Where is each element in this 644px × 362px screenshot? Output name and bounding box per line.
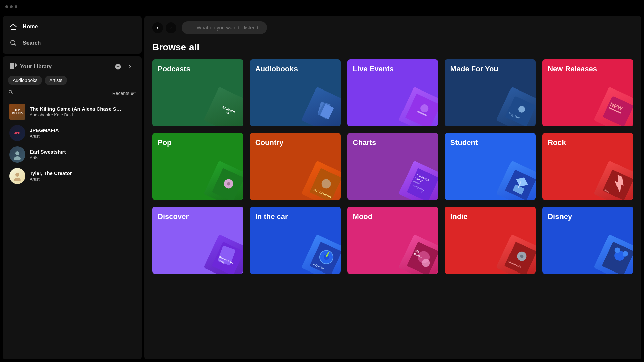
forward-button[interactable]: › xyxy=(166,22,176,33)
library-item-info: JPEGMAFIA Artist xyxy=(30,127,135,139)
library-item-thumb xyxy=(9,168,25,184)
category-deco: HOT COUNTRY xyxy=(301,161,341,200)
library-item-thumb xyxy=(9,146,25,163)
window-controls xyxy=(5,5,17,8)
category-label: Discover xyxy=(158,212,189,221)
browse-title: Browse all xyxy=(152,42,633,53)
category-card-disney[interactable]: Disney xyxy=(542,207,633,274)
library-add-button[interactable] xyxy=(113,62,123,71)
library-item-sub: Audiobook • Kate Bold xyxy=(30,112,135,117)
category-deco: NEW xyxy=(594,87,633,126)
category-label: Podcasts xyxy=(158,65,191,73)
category-deco: SCIENCEVS xyxy=(204,87,243,126)
category-card-charts[interactable]: Charts Top Songs Global Weekly Mu... 7 xyxy=(347,133,438,200)
category-label: Charts xyxy=(353,138,376,147)
library-search-icon[interactable] xyxy=(8,89,14,97)
home-icon xyxy=(9,23,17,31)
search-input[interactable] xyxy=(182,21,267,34)
category-label: Live Events xyxy=(353,65,394,73)
category-label: Disney xyxy=(548,212,572,221)
category-deco: Top Songs Global Weekly Mu... 7 xyxy=(398,161,438,200)
list-item[interactable]: THE KILLING The Killing Game (An Alexa C… xyxy=(5,101,139,122)
category-label: In the car xyxy=(255,212,288,221)
list-item[interactable]: Tyler, The Creator Artist xyxy=(5,165,139,187)
category-deco: All New Indie xyxy=(496,234,536,274)
category-card-live-events[interactable]: Live Events xyxy=(347,59,438,126)
filter-audiobooks[interactable]: Audiobooks xyxy=(8,76,42,85)
category-card-new-releases[interactable]: New Releases NEW xyxy=(542,59,633,126)
library-item-sub: Artist xyxy=(30,177,135,182)
svg-point-2 xyxy=(15,173,19,177)
library-list: THE KILLING The Killing Game (An Alexa C… xyxy=(3,100,142,359)
category-deco xyxy=(496,161,536,200)
category-grid: Podcasts SCIENCEVS Audiobooks xyxy=(152,59,633,274)
main-content: ‹ › Browse all Podcasts SCI xyxy=(144,16,641,359)
library-item-info: The Killing Game (An Alexa Chase Suspens… xyxy=(30,106,135,117)
library-section: Your Library Audiobooks A xyxy=(3,56,142,359)
category-card-podcasts[interactable]: Podcasts SCIENCEVS xyxy=(152,59,243,126)
sidebar-item-search-label: Search xyxy=(23,40,41,46)
content-area: Browse all Podcasts SCIENCEVS Audiobooks xyxy=(144,39,641,359)
category-card-country[interactable]: Country HOT COUNTRY xyxy=(250,133,341,200)
category-label: Made For You xyxy=(450,65,498,73)
category-deco xyxy=(398,87,438,126)
category-deco xyxy=(301,87,341,126)
category-deco: Roc... xyxy=(594,161,633,200)
library-item-info: Earl Sweatshirt Artist xyxy=(30,149,135,160)
sidebar: Home Search xyxy=(0,13,144,362)
library-item-name: Tyler, The Creator xyxy=(30,170,123,176)
library-item-sub: Artist xyxy=(30,155,135,160)
nav-arrows: ‹ › xyxy=(152,22,176,33)
dot-1 xyxy=(5,5,8,8)
list-item[interactable]: JPG JPEGMAFIA Artist xyxy=(5,122,139,144)
library-item-name: Earl Sweatshirt xyxy=(30,149,123,155)
category-label: Rock xyxy=(548,138,566,147)
sidebar-item-home[interactable]: Home xyxy=(3,19,142,35)
category-label: Mood xyxy=(353,212,373,221)
library-item-thumb: JPG xyxy=(9,125,25,141)
list-item[interactable]: Earl Sweatshirt Artist xyxy=(5,144,139,165)
library-item-name: JPEGMAFIA xyxy=(30,127,123,133)
filter-row: Audiobooks Artists xyxy=(3,76,142,89)
library-item-name: The Killing Game (An Alexa Chase Suspens… xyxy=(30,106,123,112)
category-label: Audiobooks xyxy=(255,65,298,73)
dot-2 xyxy=(10,5,13,8)
svg-point-0 xyxy=(15,151,19,155)
category-deco: Pop Mix xyxy=(496,87,536,126)
category-deco: Your Discover Weekly xyxy=(204,234,243,274)
category-deco: Mo Boos... xyxy=(398,234,438,274)
category-card-in-the-car[interactable]: In the car Daily Drive xyxy=(250,207,341,274)
category-card-student[interactable]: Student xyxy=(445,133,536,200)
svg-rect-13 xyxy=(602,96,633,126)
search-nav-icon xyxy=(9,39,17,47)
search-wrapper xyxy=(182,21,309,34)
library-item-thumb: THE KILLING xyxy=(9,104,25,120)
library-item-sub: Artist xyxy=(30,134,135,139)
category-label: Indie xyxy=(450,212,467,221)
category-label: Country xyxy=(255,138,283,147)
library-expand-button[interactable] xyxy=(125,62,135,71)
library-icon xyxy=(9,62,17,72)
category-card-indie[interactable]: Indie All New Indie xyxy=(445,207,536,274)
category-deco xyxy=(594,234,633,274)
category-card-discover[interactable]: Discover Your Discover Weekly xyxy=(152,207,243,274)
filter-artists[interactable]: Artists xyxy=(45,76,67,85)
back-button[interactable]: ‹ xyxy=(152,22,163,33)
category-card-audiobooks[interactable]: Audiobooks xyxy=(250,59,341,126)
sort-button[interactable]: Recents xyxy=(112,90,136,96)
sidebar-item-search[interactable]: Search xyxy=(3,35,142,51)
category-deco xyxy=(204,161,243,200)
category-card-made-for-you[interactable]: Made For You Pop Mix xyxy=(445,59,536,126)
category-card-pop[interactable]: Pop xyxy=(152,133,243,200)
library-item-info: Tyler, The Creator Artist xyxy=(30,170,135,182)
category-deco: Daily Drive xyxy=(301,234,341,274)
search-sort-row: Recents xyxy=(3,89,142,100)
titlebar xyxy=(0,0,644,13)
category-card-mood[interactable]: Mood Mo Boos... xyxy=(347,207,438,274)
dot-3 xyxy=(15,5,17,8)
category-label: New Releases xyxy=(548,65,597,73)
category-label: Student xyxy=(450,138,478,147)
library-actions xyxy=(113,62,135,71)
sidebar-nav: Home Search xyxy=(3,16,142,54)
category-card-rock[interactable]: Rock Roc... xyxy=(542,133,633,200)
